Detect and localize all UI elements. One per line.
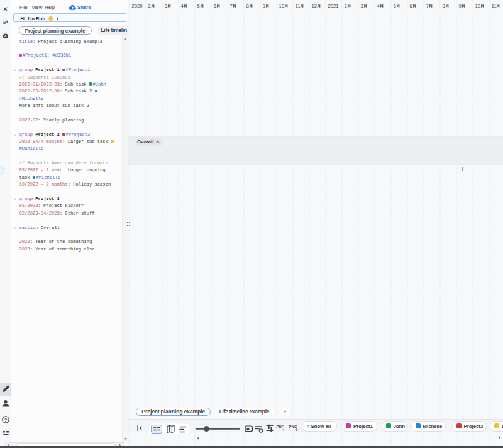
svg-text:?: ? [4, 417, 8, 423]
svg-text:PDF: PDF [276, 424, 284, 428]
svg-text:PNG: PNG [289, 424, 297, 428]
